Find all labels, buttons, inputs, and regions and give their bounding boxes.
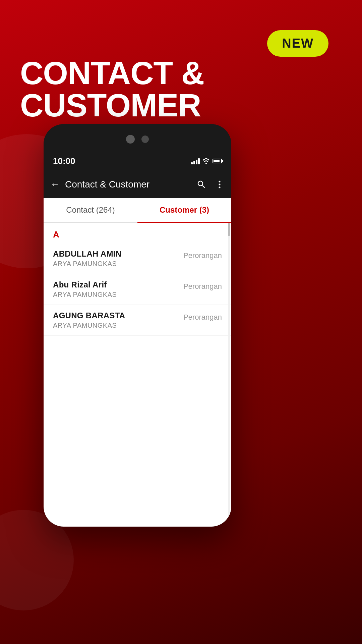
svg-point-3: [219, 186, 221, 188]
contact-item[interactable]: ABDULLAH AMIN ARYA PAMUNGKAS Perorangan: [44, 243, 231, 274]
contact-name: ABDULLAH AMIN: [53, 249, 121, 259]
new-badge: NEW: [267, 30, 328, 57]
back-button[interactable]: ←: [50, 179, 60, 190]
contact-info: ABDULLAH AMIN ARYA PAMUNGKAS: [53, 249, 121, 268]
contact-name: AGUNG BARASTA: [53, 311, 125, 320]
header-action-icons: [196, 179, 225, 190]
tab-bar: Contact (264) Customer (3): [44, 198, 231, 223]
scrollbar-track: [228, 223, 230, 527]
app-header: ← Contact & Customer: [44, 171, 231, 198]
tab-customer[interactable]: Customer (3): [137, 198, 231, 222]
phone-mockup: 10:00 ← Contact & Customer: [44, 124, 231, 527]
page-title: CONTACT & CUSTOMER: [20, 57, 362, 121]
contact-type: Perorangan: [183, 311, 222, 322]
contact-info: Abu Rizal Arif ARYA PAMUNGKAS: [53, 280, 117, 299]
signal-icon: [191, 158, 200, 164]
svg-point-2: [219, 184, 221, 185]
contact-type: Perorangan: [183, 249, 222, 260]
battery-icon: [213, 159, 222, 163]
contact-item[interactable]: AGUNG BARASTA ARYA PAMUNGKAS Perorangan: [44, 305, 231, 336]
phone-camera-bar: [44, 124, 231, 151]
contact-sub: ARYA PAMUNGKAS: [53, 322, 125, 329]
tab-contact[interactable]: Contact (264): [44, 198, 137, 222]
header-title: Contact & Customer: [65, 179, 191, 190]
contact-item[interactable]: Abu Rizal Arif ARYA PAMUNGKAS Perorangan: [44, 274, 231, 305]
search-icon[interactable]: [196, 179, 206, 190]
contact-info: AGUNG BARASTA ARYA PAMUNGKAS: [53, 311, 125, 329]
contact-name: Abu Rizal Arif: [53, 280, 117, 289]
status-bar: 10:00: [44, 151, 231, 171]
status-icons: [191, 158, 222, 164]
contact-sub: ARYA PAMUNGKAS: [53, 260, 121, 268]
scrollbar-thumb[interactable]: [228, 223, 230, 236]
camera-main: [126, 135, 135, 144]
content-area: A ABDULLAH AMIN ARYA PAMUNGKAS Peroranga…: [44, 223, 231, 527]
more-options-icon[interactable]: [215, 179, 225, 190]
section-letter-a: A: [44, 223, 231, 243]
status-time: 10:00: [53, 156, 75, 166]
camera-secondary: [141, 136, 149, 143]
contact-sub: ARYA PAMUNGKAS: [53, 291, 117, 299]
svg-point-1: [219, 181, 221, 182]
svg-point-0: [205, 163, 207, 164]
wifi-icon: [202, 158, 210, 164]
contact-type: Perorangan: [183, 280, 222, 291]
